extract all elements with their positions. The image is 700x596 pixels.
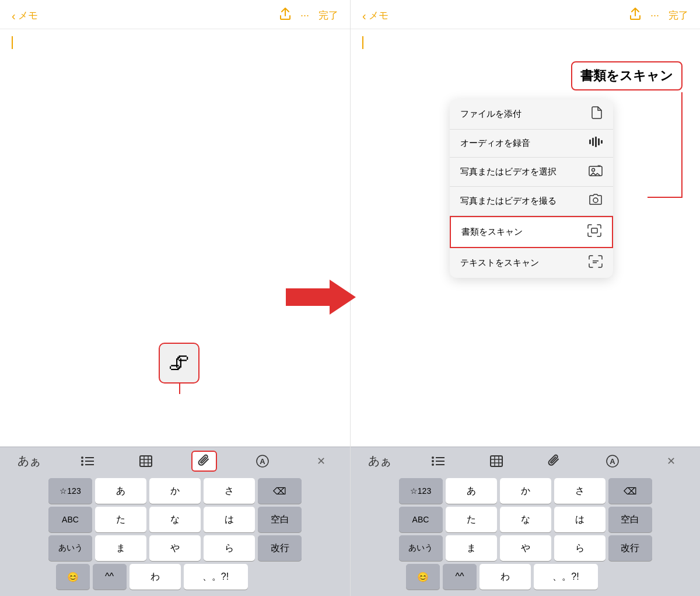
right-toolbar-close[interactable]: ✕ xyxy=(658,451,684,472)
right-key-abc[interactable]: ABC xyxy=(399,507,443,532)
left-chevron-icon: ‹ xyxy=(12,10,16,22)
right-key-aiu[interactable]: あいう xyxy=(399,535,443,561)
left-share-icon[interactable] xyxy=(279,8,291,23)
left-key-ha[interactable]: は xyxy=(204,507,255,532)
right-key-123[interactable]: ☆123 xyxy=(399,478,443,504)
svg-rect-6 xyxy=(140,456,152,466)
left-key-na[interactable]: な xyxy=(149,507,201,532)
right-key-row-3: あいう ま や ら 改行 xyxy=(353,535,698,561)
right-key-punct-label: 、。?! xyxy=(552,571,579,583)
callout-line-h1 xyxy=(648,197,682,198)
left-key-123[interactable]: ☆123 xyxy=(48,478,92,504)
right-key-ha-label: は xyxy=(575,514,584,526)
right-back-button[interactable]: ‹ メモ xyxy=(362,9,388,22)
right-keyboard: ☆123 あ か さ ⌫ ABC た な xyxy=(351,475,700,596)
left-key-a[interactable]: あ xyxy=(95,478,146,504)
right-toolbar-table[interactable] xyxy=(484,451,509,472)
right-note-area[interactable]: 書類をスキャン ファイルを添付 オーディオを録音 xyxy=(351,29,700,447)
right-key-punct[interactable]: 、。?! xyxy=(534,564,598,590)
svg-point-19 xyxy=(592,169,595,172)
menu-item-scan-text-label: テキストをスキャン xyxy=(460,257,539,269)
left-toolbar-aa[interactable]: あぁ xyxy=(16,451,42,472)
left-key-aiu[interactable]: あいう xyxy=(48,535,92,561)
menu-item-photo-take[interactable]: 写真またはビデオを撮る xyxy=(450,187,613,216)
right-key-caret[interactable]: ^^ xyxy=(443,564,477,590)
left-key-ta[interactable]: た xyxy=(95,507,146,532)
left-nav-right: ··· 完了 xyxy=(279,8,338,23)
left-key-a-label: あ xyxy=(116,485,125,497)
right-toolbar-pen[interactable]: A xyxy=(600,451,625,472)
left-key-sa[interactable]: さ xyxy=(204,478,255,504)
right-key-emoji-label: 😊 xyxy=(417,571,429,583)
right-key-na[interactable]: な xyxy=(500,507,551,532)
left-key-punct[interactable]: 、。?! xyxy=(184,564,248,590)
left-more-icon[interactable]: ··· xyxy=(300,9,309,22)
left-key-row-2: ABC た な は 空白 xyxy=(2,507,348,532)
right-key-emoji[interactable]: 😊 xyxy=(406,564,440,590)
right-more-icon[interactable]: ··· xyxy=(650,9,659,22)
menu-item-photo-select[interactable]: 写真またはビデオを選択 xyxy=(450,158,613,187)
left-key-ka[interactable]: か xyxy=(149,478,201,504)
left-key-ma[interactable]: ま xyxy=(95,535,146,561)
right-key-ya[interactable]: や xyxy=(500,535,551,561)
right-share-icon[interactable] xyxy=(629,8,641,23)
menu-item-scan-text[interactable]: テキストをスキャン xyxy=(450,248,613,278)
left-key-space[interactable]: 空白 xyxy=(258,507,302,532)
svg-rect-15 xyxy=(595,137,597,147)
left-key-enter-label: 改行 xyxy=(271,542,289,555)
left-key-enter[interactable]: 改行 xyxy=(258,535,302,561)
left-note-area[interactable]: 🖇 xyxy=(0,29,350,447)
right-key-sa[interactable]: さ xyxy=(554,478,606,504)
svg-rect-18 xyxy=(589,166,602,176)
right-key-ma-label: ま xyxy=(467,542,476,555)
left-toolbar-close[interactable]: ✕ xyxy=(308,451,334,472)
right-key-row-1: ☆123 あ か さ ⌫ xyxy=(353,478,698,504)
left-toolbar-pen[interactable]: A xyxy=(250,451,275,472)
callout-label: 書類をスキャン xyxy=(571,61,682,90)
right-key-ha[interactable]: は xyxy=(554,507,606,532)
right-toolbar-list[interactable] xyxy=(425,451,451,472)
left-key-row-1: ☆123 あ か さ ⌫ xyxy=(2,478,348,504)
left-key-space-label: 空白 xyxy=(271,514,289,526)
right-toolbar-clip[interactable] xyxy=(541,451,567,472)
right-done-button[interactable]: 完了 xyxy=(668,9,688,22)
svg-rect-30 xyxy=(491,456,502,466)
right-key-ma[interactable]: ま xyxy=(446,535,497,561)
left-key-emoji[interactable]: 😊 xyxy=(56,564,90,590)
right-aa-label: あぁ xyxy=(368,453,391,469)
right-key-ka[interactable]: か xyxy=(500,478,551,504)
right-key-backspace[interactable]: ⌫ xyxy=(608,478,652,504)
left-key-ma-label: ま xyxy=(116,542,125,555)
left-toolbar-list[interactable] xyxy=(75,451,100,472)
left-key-caret[interactable]: ^^ xyxy=(93,564,127,590)
right-key-space[interactable]: 空白 xyxy=(608,507,652,532)
left-key-row-4: 😊 ^^ わ 、。?! xyxy=(2,564,348,590)
left-key-ka-label: か xyxy=(170,485,180,497)
left-key-ya[interactable]: や xyxy=(149,535,201,561)
right-key-row-2: ABC た な は 空白 xyxy=(353,507,698,532)
right-key-ta[interactable]: た xyxy=(446,507,497,532)
left-toolbar-clip[interactable] xyxy=(191,451,217,472)
left-key-ha-label: は xyxy=(225,514,234,526)
menu-item-scan-doc[interactable]: 書類をスキャン xyxy=(450,216,613,248)
left-key-sa-label: さ xyxy=(225,485,234,497)
left-key-abc[interactable]: ABC xyxy=(48,507,92,532)
left-back-button[interactable]: ‹ メモ xyxy=(12,9,38,22)
svg-text:A: A xyxy=(260,457,265,466)
right-key-wa[interactable]: わ xyxy=(480,564,531,590)
right-toolbar-aa[interactable]: あぁ xyxy=(367,451,393,472)
right-nav-right: ··· 完了 xyxy=(629,8,688,23)
left-toolbar: あぁ xyxy=(0,447,350,475)
menu-item-attach-file[interactable]: ファイルを添付 xyxy=(450,99,613,130)
right-key-a[interactable]: あ xyxy=(446,478,497,504)
left-done-button[interactable]: 完了 xyxy=(318,9,338,22)
right-key-enter[interactable]: 改行 xyxy=(608,535,652,561)
right-key-ra[interactable]: ら xyxy=(554,535,606,561)
menu-item-audio[interactable]: オーディオを録音 xyxy=(450,130,613,158)
menu-item-scan-doc-label: 書類をスキャン xyxy=(461,226,523,238)
left-key-ra[interactable]: ら xyxy=(204,535,255,561)
left-key-wa[interactable]: わ xyxy=(130,564,181,590)
left-key-backspace[interactable]: ⌫ xyxy=(258,478,302,504)
left-toolbar-table[interactable] xyxy=(133,451,159,472)
svg-rect-13 xyxy=(589,140,591,144)
